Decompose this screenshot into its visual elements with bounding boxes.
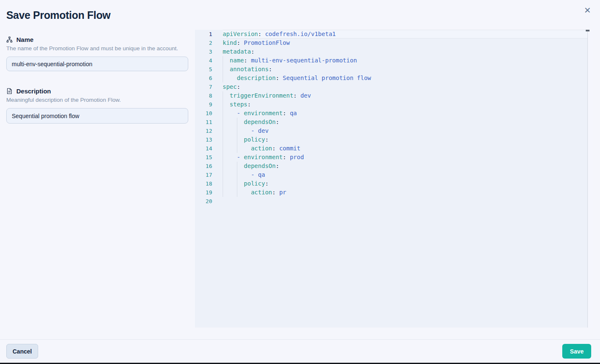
cursor-marker bbox=[586, 30, 590, 31]
line-number: 9 bbox=[195, 100, 223, 109]
code-line[interactable]: 4 name: multi-env-sequential-promotion bbox=[195, 56, 587, 65]
code-line[interactable]: 13 policy: bbox=[195, 135, 587, 144]
cancel-button[interactable]: Cancel bbox=[6, 344, 38, 359]
line-number: 11 bbox=[195, 118, 223, 126]
line-number: 12 bbox=[195, 126, 223, 135]
line-number: 1 bbox=[195, 30, 223, 39]
name-section: Name The name of the Promotion Flow and … bbox=[6, 35, 188, 71]
overview-ruler[interactable] bbox=[587, 30, 593, 328]
code-line[interactable]: 12 - dev bbox=[195, 126, 587, 135]
close-icon: × bbox=[584, 4, 590, 16]
name-label: Name bbox=[16, 36, 34, 43]
line-number: 4 bbox=[195, 56, 223, 65]
line-number: 16 bbox=[195, 162, 223, 170]
line-number: 14 bbox=[195, 144, 223, 153]
code-line[interactable]: 3metadata: bbox=[195, 47, 587, 56]
code-line[interactable]: 7spec: bbox=[195, 83, 587, 91]
code-line[interactable]: 15 - environment: prod bbox=[195, 153, 587, 162]
line-number: 10 bbox=[195, 109, 223, 118]
code-line[interactable]: 17 - qa bbox=[195, 170, 587, 179]
code-line[interactable]: 11 dependsOn: bbox=[195, 118, 587, 126]
description-section: Description Meaningful description of th… bbox=[6, 87, 188, 124]
line-number: 5 bbox=[195, 65, 223, 74]
line-number: 6 bbox=[195, 74, 223, 83]
description-helper: Meaningful description of the Promotion … bbox=[6, 97, 188, 103]
code-line[interactable]: 9 steps: bbox=[195, 100, 587, 109]
description-label: Description bbox=[16, 88, 51, 95]
code-line[interactable]: 20 bbox=[195, 197, 587, 206]
document-icon bbox=[6, 88, 13, 94]
line-number: 3 bbox=[195, 47, 223, 56]
code-line[interactable]: 8 triggerEnvironment: dev bbox=[195, 91, 587, 100]
code-line[interactable]: 2kind: PromotionFlow bbox=[195, 39, 587, 47]
page-title: Save Promotion Flow bbox=[6, 9, 111, 21]
code-lines: 1apiVersion: codefresh.io/v1beta12kind: … bbox=[195, 30, 587, 328]
close-button[interactable]: × bbox=[582, 4, 593, 16]
line-number: 2 bbox=[195, 39, 223, 47]
sitemap-icon bbox=[6, 36, 13, 43]
line-number: 13 bbox=[195, 135, 223, 144]
code-line[interactable]: 19 action: pr bbox=[195, 188, 587, 197]
form-panel: Name The name of the Promotion Flow and … bbox=[6, 35, 188, 124]
name-label-row: Name bbox=[6, 35, 188, 44]
line-number: 17 bbox=[195, 170, 223, 179]
code-line[interactable]: 5 annotations: bbox=[195, 65, 587, 74]
name-input[interactable] bbox=[6, 57, 188, 71]
yaml-editor[interactable]: 1apiVersion: codefresh.io/v1beta12kind: … bbox=[195, 30, 593, 328]
code-line[interactable]: 14 action: commit bbox=[195, 144, 587, 153]
line-number: 15 bbox=[195, 153, 223, 162]
line-number: 8 bbox=[195, 91, 223, 100]
footer-bar: Cancel Save bbox=[0, 339, 600, 363]
description-input[interactable] bbox=[6, 108, 188, 124]
code-line[interactable]: 10 - environment: qa bbox=[195, 109, 587, 118]
save-button[interactable]: Save bbox=[562, 344, 591, 359]
code-line[interactable]: 6 description: Sequential promotion flow bbox=[195, 74, 587, 83]
code-line[interactable]: 1apiVersion: codefresh.io/v1beta1 bbox=[195, 30, 587, 39]
line-number: 18 bbox=[195, 179, 223, 188]
code-line[interactable]: 16 dependsOn: bbox=[195, 162, 587, 170]
line-number: 7 bbox=[195, 83, 223, 91]
description-label-row: Description bbox=[6, 87, 188, 95]
line-number: 19 bbox=[195, 188, 223, 197]
name-helper: The name of the Promotion Flow and must … bbox=[6, 45, 188, 52]
code-line[interactable]: 18 policy: bbox=[195, 179, 587, 188]
line-number: 20 bbox=[195, 197, 223, 206]
